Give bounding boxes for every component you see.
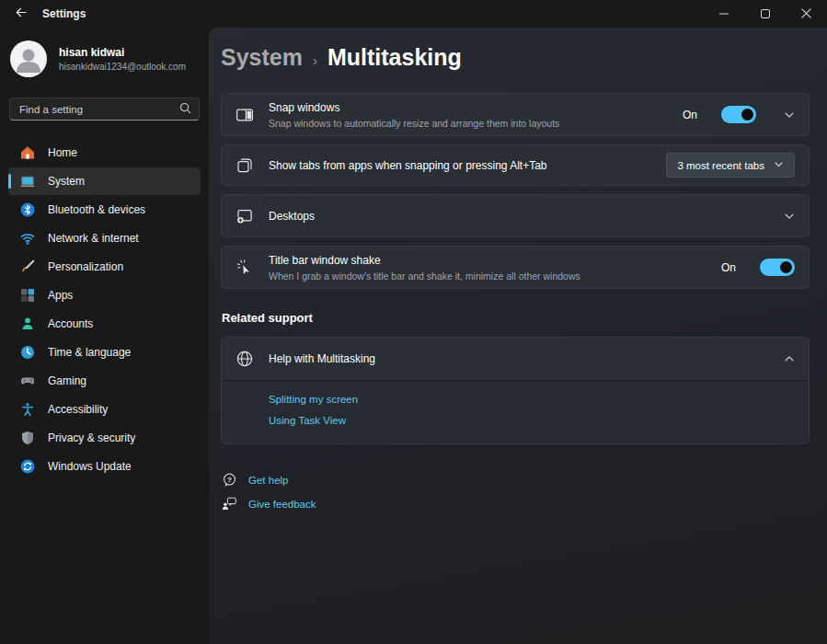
sidebar-item-accounts[interactable]: Accounts — [8, 310, 201, 338]
sidebar-item-apps[interactable]: Apps — [8, 282, 201, 309]
settings-window: Settings hisan kidwai hisankidwai1234@ou… — [0, 0, 827, 644]
help-card-body: Splitting my screen Using Task View — [222, 380, 809, 443]
chevron-down-icon[interactable] — [784, 211, 795, 222]
help-card-header[interactable]: Help with Multitasking — [222, 338, 809, 380]
close-button[interactable] — [786, 0, 827, 28]
selected-indicator — [8, 174, 11, 189]
window-shake-toggle[interactable] — [760, 259, 795, 276]
minimize-button[interactable] — [703, 0, 744, 28]
breadcrumb-separator-icon: › — [313, 52, 317, 68]
person-icon — [20, 316, 35, 331]
sidebar-item-gaming[interactable]: Gaming — [8, 367, 201, 395]
give-feedback-link[interactable]: Give feedback — [248, 499, 316, 510]
avatar — [10, 40, 47, 77]
chevron-down-icon — [774, 159, 784, 171]
get-help-icon: ? — [222, 472, 237, 488]
close-icon — [801, 6, 811, 22]
content-area: System › Multitasking Snap windows Snap … — [209, 28, 827, 644]
maximize-button[interactable] — [744, 0, 786, 28]
card-title: Title bar window shake — [269, 254, 706, 267]
maximize-icon — [761, 6, 770, 22]
sidebar-item-personalization[interactable]: Personalization — [8, 253, 201, 281]
sidebar: hisan kidwai hisankidwai1234@outlook.com… — [0, 28, 209, 644]
tabs-icon — [235, 156, 254, 175]
profile-text: hisan kidwai hisankidwai1234@outlook.com — [59, 46, 186, 72]
get-help-link[interactable]: Get help — [248, 475, 288, 486]
card-title: Help with Multitasking — [269, 352, 756, 365]
sidebar-item-label: Privacy & security — [48, 431, 135, 444]
sidebar-item-time-language[interactable]: Time & language — [8, 339, 201, 366]
card-text: Desktops — [269, 210, 756, 223]
sidebar-item-label: Network & internet — [48, 232, 139, 245]
user-profile[interactable]: hisan kidwai hisankidwai1234@outlook.com — [8, 37, 201, 77]
card-text: Snap windows Snap windows to automatical… — [269, 101, 668, 129]
card-description: When I grab a window's title bar and sha… — [269, 270, 706, 282]
toggle-knob — [780, 261, 792, 273]
home-icon — [20, 145, 35, 160]
footer-links: ? Get help Give feedback — [221, 472, 810, 512]
sidebar-item-label: Home — [48, 146, 77, 159]
wifi-icon — [20, 231, 35, 246]
sidebar-item-accessibility[interactable]: Accessibility — [8, 396, 201, 423]
related-support-heading: Related support — [222, 311, 810, 325]
titlebar: Settings — [0, 0, 827, 28]
snap-windows-card[interactable]: Snap windows Snap windows to automatical… — [221, 93, 810, 136]
card-title: Show tabs from apps when snapping or pre… — [269, 159, 651, 172]
card-title: Snap windows — [269, 101, 668, 114]
sidebar-item-windows-update[interactable]: Windows Update — [8, 453, 201, 480]
sidebar-item-label: Apps — [48, 289, 73, 302]
update-icon — [20, 459, 35, 474]
page-title: Multitasking — [327, 44, 462, 71]
sidebar-item-home[interactable]: Home — [8, 139, 201, 167]
apps-grid-icon — [20, 288, 35, 303]
chevron-down-icon[interactable] — [784, 109, 795, 121]
back-arrow-icon — [14, 6, 28, 23]
sidebar-item-network-internet[interactable]: Network & internet — [8, 224, 201, 252]
using-task-view-link[interactable]: Using Task View — [269, 415, 795, 426]
card-text: Show tabs from apps when snapping or pre… — [269, 159, 651, 172]
toggle-knob — [741, 109, 753, 121]
sidebar-item-label: Accounts — [48, 317, 93, 330]
feedback-icon — [222, 496, 237, 512]
accessibility-icon — [20, 402, 35, 417]
snap-windows-toggle[interactable] — [721, 106, 756, 123]
gamepad-icon — [20, 374, 35, 388]
sidebar-item-label: Personalization — [48, 260, 123, 273]
get-help-row: ? Get help — [222, 472, 810, 488]
breadcrumb-parent[interactable]: System — [221, 44, 303, 71]
sidebar-item-label: Gaming — [48, 374, 86, 387]
clock-icon — [20, 345, 35, 360]
card-title: Desktops — [269, 210, 756, 223]
splitting-my-screen-link[interactable]: Splitting my screen — [269, 394, 795, 405]
minimize-icon — [719, 6, 729, 22]
sidebar-item-label: Time & language — [48, 346, 131, 359]
sidebar-nav: Home System Bluetooth & devices — [8, 139, 201, 481]
sidebar-item-privacy-security[interactable]: Privacy & security — [8, 424, 201, 452]
back-button[interactable] — [6, 1, 35, 27]
desktops-card[interactable]: Desktops — [221, 194, 810, 237]
sidebar-item-label: System — [48, 175, 85, 188]
system-icon — [20, 174, 35, 189]
title-bar-window-shake-card: Title bar window shake When I grab a win… — [221, 246, 810, 289]
sidebar-item-label: Accessibility — [48, 403, 108, 416]
brush-icon — [20, 259, 35, 274]
shield-icon — [20, 431, 35, 445]
search-input[interactable] — [19, 104, 179, 115]
search-box[interactable] — [9, 98, 200, 121]
globe-icon — [235, 350, 254, 368]
dropdown-value: 3 most recent tabs — [677, 160, 764, 171]
sidebar-item-bluetooth-devices[interactable]: Bluetooth & devices — [8, 196, 201, 224]
sidebar-item-system[interactable]: System — [8, 167, 201, 195]
desktops-icon — [235, 207, 254, 225]
chevron-up-icon[interactable] — [784, 353, 795, 364]
shake-cursor-icon — [235, 259, 254, 277]
toggle-state-label: On — [721, 261, 736, 274]
profile-email: hisankidwai1234@outlook.com — [59, 62, 186, 72]
card-text: Title bar window shake When I grab a win… — [269, 254, 706, 282]
sidebar-item-label: Windows Update — [48, 460, 132, 473]
give-feedback-row: Give feedback — [222, 496, 810, 512]
card-description: Snap windows to automatically resize and… — [269, 118, 668, 129]
bluetooth-icon — [20, 202, 35, 217]
svg-text:?: ? — [227, 476, 232, 484]
alt-tab-dropdown[interactable]: 3 most recent tabs — [666, 153, 795, 178]
